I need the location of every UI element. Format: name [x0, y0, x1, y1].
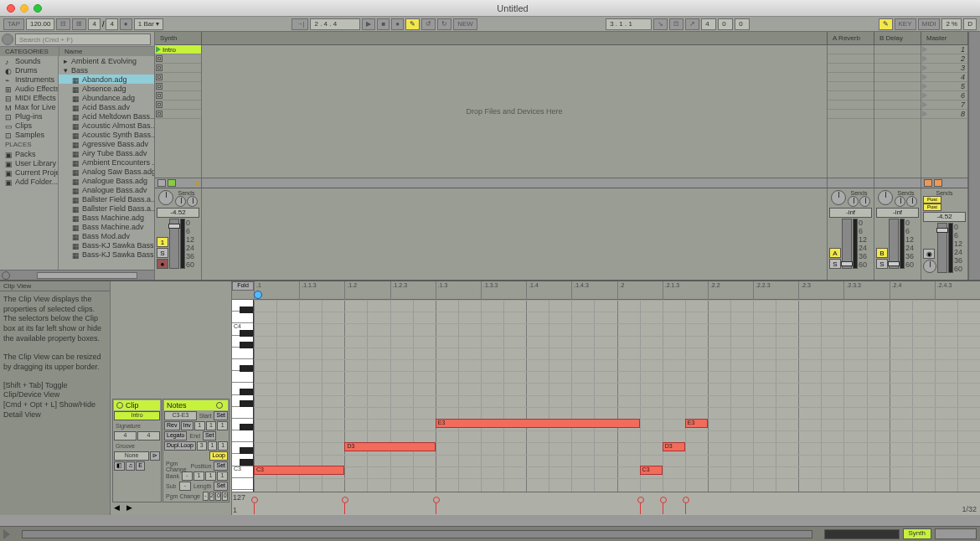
- tempo-field[interactable]: 120.00: [26, 18, 54, 30]
- send-knob[interactable]: [906, 196, 917, 207]
- arm-button[interactable]: ●: [157, 259, 168, 269]
- quantize-menu[interactable]: 1 Bar ▾: [134, 18, 163, 30]
- category-item[interactable]: ⌁Instruments: [0, 75, 58, 84]
- nav-right-icon[interactable]: ▶: [126, 503, 132, 513]
- record-button[interactable]: ●: [391, 18, 404, 30]
- timesig-num[interactable]: 4: [88, 18, 100, 30]
- len-bars[interactable]: 2: [209, 492, 215, 501]
- groove-commit[interactable]: ⊳: [150, 451, 160, 461]
- send-knob[interactable]: [848, 196, 859, 207]
- volume-fader[interactable]: [937, 223, 947, 273]
- maximize-icon[interactable]: [34, 4, 42, 13]
- solo-cue-button[interactable]: ◉: [923, 249, 935, 259]
- midi-note[interactable]: E3: [685, 419, 708, 428]
- pos-beats[interactable]: 1: [205, 471, 216, 481]
- sig-den[interactable]: 4: [137, 431, 160, 441]
- browser-file[interactable]: ▦Analogue Bass.adg: [59, 176, 154, 185]
- clip-slot[interactable]: [155, 110, 201, 119]
- play-button[interactable]: ▶: [362, 18, 375, 30]
- browser-folder[interactable]: ▸Ambient & Evolving: [59, 56, 154, 65]
- scene-slot[interactable]: 7: [921, 100, 967, 110]
- post-button[interactable]: Post: [923, 204, 941, 211]
- nav-left-icon[interactable]: ◀: [114, 503, 120, 513]
- sig-num[interactable]: 4: [114, 431, 137, 441]
- timesig-den[interactable]: 4: [106, 18, 117, 30]
- session-sidebar[interactable]: [968, 32, 980, 280]
- scene-slot[interactable]: 6: [921, 91, 967, 100]
- set-start-button[interactable]: Set: [214, 411, 228, 420]
- session-drop-zone[interactable]: Drop Files and Devices Here: [202, 45, 828, 178]
- scene-slot[interactable]: 3: [921, 64, 967, 73]
- pan-knob[interactable]: [878, 190, 893, 205]
- loop-start-marker[interactable]: [254, 291, 262, 299]
- track-header-master[interactable]: Master: [921, 32, 968, 44]
- velocity-marker[interactable]: [640, 499, 641, 514]
- close-icon[interactable]: [7, 4, 15, 13]
- loop-start[interactable]: 3 . 1 . 1: [606, 18, 652, 30]
- len-beats[interactable]: 0: [215, 492, 221, 501]
- post-button[interactable]: Post: [923, 196, 941, 204]
- midi-note[interactable]: E3: [436, 419, 640, 428]
- minimize-icon[interactable]: [20, 4, 28, 13]
- volume-readout[interactable]: -4.52: [157, 208, 199, 218]
- scene-play-icon[interactable]: [922, 55, 927, 62]
- browser-file[interactable]: ▦Abundance.adg: [59, 93, 154, 102]
- track-header-return-b[interactable]: B Delay: [874, 32, 921, 44]
- category-item[interactable]: ▭Clips: [0, 121, 58, 130]
- rev-button[interactable]: Rev: [164, 421, 179, 430]
- midi-note-grid[interactable]: C3D3E3C3D3E3: [254, 300, 980, 492]
- midi-note[interactable]: C3: [254, 466, 344, 475]
- end-bars[interactable]: 3: [197, 441, 207, 451]
- clip-slot[interactable]: [155, 73, 201, 82]
- scene-slot[interactable]: 1: [921, 45, 967, 54]
- track-activator[interactable]: A: [829, 248, 841, 258]
- category-item[interactable]: ◐Drums: [0, 65, 58, 75]
- selector-btn[interactable]: E: [136, 461, 145, 471]
- solo-button[interactable]: S: [157, 248, 168, 258]
- monitor-toggle[interactable]: [168, 179, 176, 187]
- scene-play-icon[interactable]: [922, 111, 927, 117]
- name-header[interactable]: Name: [59, 46, 154, 56]
- volume-fader[interactable]: [889, 219, 899, 269]
- pos-bars[interactable]: 1: [193, 471, 204, 481]
- pan-knob[interactable]: [831, 190, 846, 205]
- notes-activator-icon[interactable]: [216, 402, 223, 409]
- clip-slot[interactable]: [155, 82, 201, 91]
- volume-readout[interactable]: -4.52: [923, 212, 966, 222]
- midi-ruler[interactable]: Fold .1.1.1.3.1.2.1.2.3.1.3.1.3.3.1.4.1.…: [232, 281, 980, 300]
- browser-scrollbar[interactable]: [0, 270, 154, 280]
- reenable-auto-button[interactable]: ↺: [421, 18, 436, 30]
- send-knob[interactable]: [895, 196, 905, 207]
- play-icon[interactable]: [156, 46, 161, 53]
- browser-file[interactable]: ▦Bass Mod.adv: [59, 231, 154, 240]
- volume-fader[interactable]: [169, 219, 179, 269]
- send-b-knob[interactable]: [187, 196, 198, 207]
- io-master2[interactable]: [934, 179, 942, 187]
- track-header-return-a[interactable]: A Reverb: [828, 32, 874, 44]
- loop-toggle[interactable]: Loop: [209, 451, 228, 461]
- punch-out-button[interactable]: ↗: [685, 18, 699, 30]
- loop-len-beats[interactable]: 0: [718, 18, 733, 30]
- io-toggle[interactable]: [157, 179, 166, 187]
- place-item[interactable]: ▣Add Folder...: [0, 177, 58, 186]
- scene-play-icon[interactable]: [922, 74, 927, 80]
- category-item[interactable]: ♪Sounds: [0, 56, 58, 65]
- browser-file[interactable]: ▦Acid Bass.adv: [59, 102, 154, 111]
- velocity-marker[interactable]: [344, 499, 345, 514]
- browser-file[interactable]: ▦Ballster Field Bass.a...: [59, 194, 154, 204]
- loop-button[interactable]: ⊡: [669, 18, 683, 30]
- loop-len-sixteenths[interactable]: 0: [735, 18, 750, 30]
- category-item[interactable]: MMax for Live: [0, 102, 58, 111]
- loop-len-bars[interactable]: 4: [701, 18, 716, 30]
- bank-val[interactable]: -: [182, 471, 193, 481]
- end-beats[interactable]: 1: [208, 441, 218, 451]
- scene-slot[interactable]: 5: [921, 82, 967, 91]
- draw-mode-button[interactable]: ✎: [879, 18, 893, 30]
- clip-name-field[interactable]: Intro: [114, 411, 160, 420]
- track-activator[interactable]: 1: [157, 237, 168, 247]
- browser-file[interactable]: ▦Acoustic Almost Bas...: [59, 121, 154, 130]
- clip-activator-icon[interactable]: [116, 402, 123, 409]
- start-beats[interactable]: 1: [206, 421, 217, 430]
- velocity-marker[interactable]: [254, 499, 255, 514]
- volume-fader[interactable]: [842, 219, 852, 269]
